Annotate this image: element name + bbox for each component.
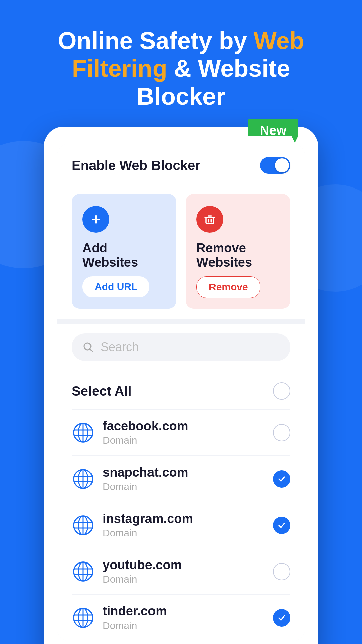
phone-inner: Enable Web Blocker Add Websites Add URL [57, 144, 305, 641]
web-blocker-toggle[interactable] [260, 157, 290, 174]
site-info: snapchat.com Domain [103, 465, 265, 492]
site-name: facebook.com [103, 419, 265, 433]
select-all-row[interactable]: Select All [72, 370, 290, 410]
site-info: tinder.com Domain [103, 604, 265, 631]
hero-accent1: Web [254, 27, 304, 54]
cards-row: Add Websites Add URL Remove Websites Rem… [57, 187, 305, 319]
remove-icon [196, 206, 223, 233]
site-name: instagram.com [103, 512, 265, 526]
search-container: Search [57, 324, 305, 370]
remove-button[interactable]: Remove [196, 276, 260, 298]
new-badge: New [248, 119, 298, 143]
enable-web-blocker-row: Enable Web Blocker [57, 144, 305, 187]
site-type: Domain [103, 435, 265, 446]
checkbox-checked[interactable] [273, 517, 290, 534]
svg-line-8 [90, 349, 93, 352]
enable-label: Enable Web Blocker [72, 158, 200, 173]
add-websites-title: Add Websites [82, 241, 166, 270]
site-globe-icon [72, 468, 95, 490]
site-name: snapchat.com [103, 465, 265, 480]
site-row[interactable]: instagram.com Domain [72, 502, 290, 548]
phone-mockup: New Enable Web Blocker Add Websites Add … [44, 127, 318, 644]
site-name: tinder.com [103, 604, 265, 619]
site-type: Domain [103, 527, 265, 539]
checkbox-checked[interactable] [273, 609, 290, 627]
checkbox-checked[interactable] [273, 470, 290, 488]
svg-rect-2 [206, 217, 214, 223]
site-type: Domain [103, 574, 265, 585]
remove-websites-card: Remove Websites Remove [186, 194, 290, 309]
hero-line2b: & Website [167, 55, 290, 82]
site-info: instagram.com Domain [103, 512, 265, 539]
site-row[interactable]: snapchat.com Domain [72, 456, 290, 502]
site-globe-icon [72, 514, 95, 537]
add-icon [82, 206, 109, 233]
site-row[interactable]: tinder.com Domain [72, 595, 290, 641]
select-all-label: Select All [72, 384, 132, 399]
site-info: facebook.com Domain [103, 419, 265, 446]
site-row[interactable]: facebook.com Domain [72, 410, 290, 456]
hero-line3: Blocker [137, 83, 225, 110]
hero-accent2: Filtering [72, 55, 167, 82]
site-type: Domain [103, 481, 265, 492]
add-websites-card: Add Websites Add URL [72, 194, 176, 309]
site-row[interactable]: youtube.com Domain [72, 548, 290, 595]
search-box[interactable]: Search [72, 333, 290, 361]
site-globe-icon [72, 421, 95, 444]
search-icon [82, 341, 94, 353]
site-globe-icon [72, 606, 95, 629]
hero-title: Online Safety by Web Filtering & Website… [0, 0, 362, 127]
site-list: facebook.com Domain snapchat.com Domain … [72, 410, 290, 641]
site-info: youtube.com Domain [103, 558, 265, 585]
remove-websites-title: Remove Websites [196, 241, 280, 270]
website-list: Select All facebook.com Domain snapchat.… [57, 370, 305, 641]
hero-line1: Online Safety by [58, 27, 254, 54]
select-all-checkbox[interactable] [273, 382, 290, 400]
checkbox-empty[interactable] [273, 563, 290, 580]
checkbox-empty[interactable] [273, 424, 290, 441]
site-type: Domain [103, 620, 265, 631]
add-url-button[interactable]: Add URL [82, 276, 149, 297]
search-placeholder: Search [101, 340, 139, 354]
site-name: youtube.com [103, 558, 265, 572]
site-globe-icon [72, 560, 95, 583]
divider-1 [57, 319, 305, 324]
